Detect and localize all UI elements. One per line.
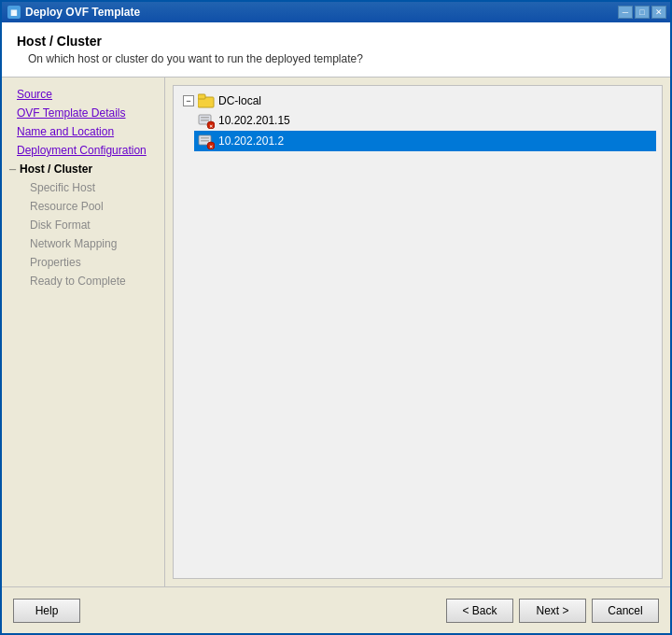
- section-label: Host / Cluster: [20, 162, 92, 176]
- svg-rect-1: [198, 94, 205, 99]
- content-panel: − DC-local: [173, 85, 663, 579]
- sidebar-item-name-and-location[interactable]: Name and Location: [2, 122, 164, 141]
- footer-right-buttons: < Back Next > Cancel: [446, 599, 659, 623]
- tree-root-node[interactable]: − DC-local: [179, 92, 656, 110]
- svg-text:✕: ✕: [209, 144, 213, 149]
- svg-rect-8: [201, 137, 209, 139]
- footer: Help < Back Next > Cancel: [2, 586, 670, 633]
- sidebar-item-network-mapping: Network Mapping: [2, 234, 164, 253]
- title-bar-controls: ─ □ ✕: [618, 6, 666, 19]
- title-bar: ▦ Deploy OVF Template ─ □ ✕: [2, 2, 670, 22]
- svg-text:✕: ✕: [209, 123, 213, 129]
- sidebar-item-source[interactable]: Source: [2, 85, 164, 104]
- main-area: Source OVF Template Details Name and Loc…: [2, 78, 670, 586]
- svg-rect-9: [201, 140, 209, 142]
- minimize-button[interactable]: ─: [618, 6, 633, 19]
- maximize-button[interactable]: □: [635, 6, 650, 19]
- sidebar-item-ovf-template-details[interactable]: OVF Template Details: [2, 104, 164, 122]
- collapse-icon[interactable]: ─: [9, 164, 16, 175]
- sidebar-item-resource-pool: Resource Pool: [2, 197, 164, 216]
- tree-node-1[interactable]: ✕ 10.202.201.15: [194, 110, 656, 131]
- sidebar-item-deployment-configuration[interactable]: Deployment Configuration: [2, 141, 164, 160]
- sidebar-item-ready-to-complete: Ready to Complete: [2, 272, 164, 290]
- sidebar: Source OVF Template Details Name and Loc…: [2, 78, 165, 586]
- close-button[interactable]: ✕: [651, 6, 666, 19]
- tree-root-label: DC-local: [218, 94, 261, 107]
- server-icon-1: ✕: [198, 112, 215, 129]
- tree-view: − DC-local: [174, 86, 662, 157]
- sidebar-item-disk-format: Disk Format: [2, 216, 164, 234]
- sidebar-item-specific-host: Specific Host: [2, 178, 164, 197]
- sidebar-item-properties: Properties: [2, 253, 164, 272]
- sidebar-section-host-cluster: ─ Host / Cluster: [2, 160, 164, 178]
- page-subtitle: On which host or cluster do you want to …: [17, 52, 655, 65]
- page-title: Host / Cluster: [17, 34, 655, 49]
- cancel-button[interactable]: Cancel: [592, 599, 659, 623]
- tree-expand-icon[interactable]: −: [183, 95, 194, 106]
- help-button[interactable]: Help: [13, 599, 80, 623]
- svg-rect-4: [201, 120, 209, 121]
- server-icon-2: ✕: [198, 133, 215, 149]
- tree-children: ✕ 10.202.201.15 ✕ 10.202.201.: [179, 110, 656, 151]
- next-button[interactable]: Next >: [519, 599, 586, 623]
- title-bar-left: ▦ Deploy OVF Template: [7, 6, 140, 19]
- deploy-ovf-window: ▦ Deploy OVF Template ─ □ ✕ Host / Clust…: [0, 0, 672, 635]
- tree-node-2-label: 10.202.201.2: [218, 134, 284, 148]
- window-title: Deploy OVF Template: [25, 6, 140, 19]
- tree-node-2[interactable]: ✕ 10.202.201.2: [194, 131, 656, 151]
- header-section: Host / Cluster On which host or cluster …: [2, 22, 670, 78]
- back-button[interactable]: < Back: [446, 599, 513, 623]
- window-icon: ▦: [7, 6, 21, 19]
- svg-rect-3: [201, 117, 209, 119]
- tree-node-1-label: 10.202.201.15: [218, 114, 290, 127]
- folder-icon: [198, 93, 215, 108]
